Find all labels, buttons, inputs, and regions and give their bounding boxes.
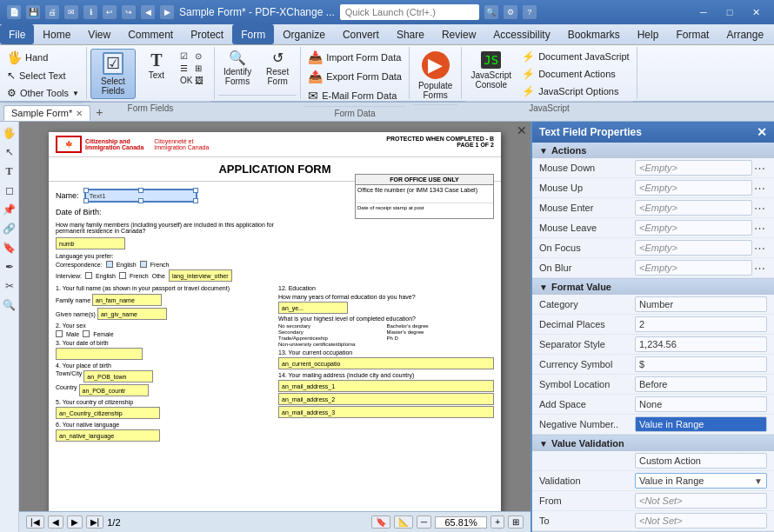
select-fields-button[interactable]: ☑ SelectFields bbox=[90, 49, 136, 99]
mouse-up-menu[interactable]: ⋯ bbox=[752, 182, 767, 195]
search-btn[interactable]: 🔍 bbox=[484, 5, 498, 19]
prev-page-button[interactable]: ◀ bbox=[48, 515, 63, 529]
menu-home[interactable]: Home bbox=[34, 24, 79, 44]
sidebar-scissors-icon[interactable]: ✂ bbox=[2, 278, 17, 294]
btn-button[interactable]: OK bbox=[179, 75, 193, 86]
zoom-input[interactable] bbox=[435, 516, 487, 529]
zoom-out-button[interactable]: ─ bbox=[417, 515, 431, 529]
settings-icon[interactable]: ⚙ bbox=[504, 5, 517, 19]
close-button[interactable]: ✕ bbox=[744, 4, 767, 20]
sidebar-hand-icon[interactable]: 🖐 bbox=[2, 125, 17, 141]
occupation-field[interactable]: an_current_occupatio bbox=[278, 357, 494, 369]
native-lang-field[interactable]: an_native_language bbox=[56, 429, 160, 442]
pob-town-field[interactable]: an_POB_town bbox=[83, 370, 153, 382]
document-javascript-button[interactable]: ⚡ Document JavaScript bbox=[518, 49, 633, 64]
mail-addr2-field[interactable]: an_mail_address_2 bbox=[278, 393, 494, 405]
menu-bookmarks[interactable]: Bookmarks bbox=[559, 24, 629, 44]
tab-close-button[interactable]: ✕ bbox=[76, 109, 83, 118]
mail-addr3-field[interactable]: an_mail_address_3 bbox=[278, 406, 494, 418]
last-page-button[interactable]: ▶| bbox=[86, 515, 104, 529]
snap-btn[interactable]: 📐 bbox=[394, 515, 413, 529]
sidebar-link-icon[interactable]: 🔗 bbox=[2, 221, 17, 236]
select-text-button[interactable]: ↖ Select Text bbox=[3, 68, 70, 83]
forward-icon[interactable]: ▶ bbox=[160, 5, 174, 19]
other-tools-button[interactable]: ⚙ Other Tools ▼ bbox=[3, 85, 83, 101]
education-years-field[interactable]: an_ye... bbox=[278, 302, 348, 314]
document-actions-button[interactable]: ⚡ Document Actions bbox=[518, 66, 633, 82]
image-button[interactable]: 🖼 bbox=[194, 75, 208, 86]
doc-tab-sample-form[interactable]: Sample Form* ✕ bbox=[3, 105, 90, 121]
menu-view[interactable]: View bbox=[79, 24, 119, 44]
handle-br[interactable] bbox=[193, 198, 198, 203]
handle-tr[interactable] bbox=[193, 188, 198, 193]
mail-addr1-field[interactable]: an_mail_address_1 bbox=[278, 380, 494, 392]
menu-organize[interactable]: Organize bbox=[274, 24, 334, 44]
text-field-button[interactable]: T Text bbox=[137, 49, 176, 83]
given-name-field[interactable]: an_giv_name bbox=[97, 308, 167, 320]
menu-arrange[interactable]: Arrange bbox=[717, 24, 772, 44]
quick-launch-input[interactable] bbox=[340, 4, 479, 20]
first-page-button[interactable]: |◀ bbox=[26, 515, 44, 529]
english-checkbox[interactable] bbox=[106, 261, 113, 268]
identify-forms-button[interactable]: 🔍 IdentifyForms bbox=[218, 49, 257, 89]
mouse-enter-menu[interactable]: ⋯ bbox=[752, 202, 767, 215]
email-form-data-button[interactable]: ✉ E-Mail Form Data bbox=[304, 87, 400, 104]
handle-bm[interactable] bbox=[138, 198, 143, 203]
validation-dropdown-arrow[interactable]: ▼ bbox=[754, 476, 763, 486]
menu-format[interactable]: Format bbox=[667, 24, 717, 44]
interview-english-checkbox[interactable] bbox=[85, 272, 92, 279]
menu-protect[interactable]: Protect bbox=[182, 24, 232, 44]
next-page-button[interactable]: ▶ bbox=[67, 515, 83, 529]
sidebar-text-icon[interactable]: T bbox=[2, 163, 17, 179]
reset-form-button[interactable]: ↺ ResetForm bbox=[258, 49, 297, 89]
help-icon[interactable]: ? bbox=[523, 5, 537, 19]
javascript-options-button[interactable]: ⚡ JavaScript Options bbox=[518, 83, 633, 99]
back-icon[interactable]: ◀ bbox=[141, 5, 155, 19]
menu-accessibility[interactable]: Accessibility bbox=[484, 24, 558, 44]
panel-close-button[interactable]: ✕ bbox=[757, 125, 767, 139]
combo-button[interactable]: ⊞ bbox=[194, 63, 208, 74]
pob-country-field[interactable]: an_POB_countr bbox=[79, 384, 149, 396]
sidebar-search-icon[interactable]: 🔍 bbox=[2, 297, 17, 313]
sidebar-cursor-icon[interactable]: ↖ bbox=[2, 144, 17, 160]
actions-section-header[interactable]: ▼ Actions bbox=[532, 143, 774, 158]
validation-value[interactable]: Value in Range ▼ bbox=[635, 473, 767, 489]
french-checkbox[interactable] bbox=[140, 261, 147, 268]
sidebar-pin-icon[interactable]: 📌 bbox=[2, 202, 17, 217]
menu-review[interactable]: Review bbox=[433, 24, 484, 44]
fit-page-button[interactable]: ⊞ bbox=[508, 515, 524, 529]
bookmark-status-btn[interactable]: 🔖 bbox=[371, 515, 390, 529]
sidebar-bookmark-icon[interactable]: 🔖 bbox=[2, 240, 17, 256]
zoom-in-button[interactable]: + bbox=[490, 515, 504, 529]
value-validation-section-header[interactable]: ▼ Value Validation bbox=[532, 436, 774, 451]
javascript-console-button[interactable]: JS JavaScriptConsole bbox=[465, 49, 517, 92]
checkbox-button[interactable]: ☑ bbox=[179, 50, 193, 62]
menu-comment[interactable]: Comment bbox=[119, 24, 182, 44]
male-radio[interactable] bbox=[56, 330, 63, 337]
on-blur-menu[interactable]: ⋯ bbox=[752, 262, 767, 275]
name-field[interactable]: Text1 bbox=[84, 189, 197, 203]
on-focus-menu[interactable]: ⋯ bbox=[752, 242, 767, 255]
handle-tl[interactable] bbox=[83, 188, 89, 193]
menu-form[interactable]: Form bbox=[232, 24, 274, 44]
print-icon[interactable]: 🖨 bbox=[45, 5, 59, 19]
family-count-field[interactable]: numb bbox=[56, 237, 125, 249]
mouse-leave-menu[interactable]: ⋯ bbox=[752, 222, 767, 235]
menu-help[interactable]: Help bbox=[629, 24, 668, 44]
hand-tool-button[interactable]: 🖐 Hand bbox=[3, 49, 51, 66]
citizenship-field[interactable]: an_Country_citizenship bbox=[56, 407, 160, 419]
dob-field[interactable] bbox=[56, 348, 143, 360]
undo-icon[interactable]: ↩ bbox=[103, 5, 117, 19]
sidebar-rect-icon[interactable]: ◻ bbox=[2, 183, 17, 198]
format-value-section-header[interactable]: ▼ Format Value bbox=[532, 279, 774, 295]
list-button[interactable]: ☰ bbox=[179, 63, 193, 74]
new-tab-button[interactable]: + bbox=[90, 103, 108, 121]
interview-french-checkbox[interactable] bbox=[119, 272, 126, 279]
email-icon[interactable]: ✉ bbox=[64, 5, 78, 19]
radio-button[interactable]: ⊙ bbox=[194, 50, 208, 62]
menu-convert[interactable]: Convert bbox=[334, 24, 388, 44]
menu-share[interactable]: Share bbox=[388, 24, 433, 44]
pdf-close-button[interactable]: ✕ bbox=[517, 123, 527, 137]
save-icon[interactable]: 💾 bbox=[26, 5, 40, 19]
sidebar-pen-icon[interactable]: ✒ bbox=[2, 259, 17, 275]
